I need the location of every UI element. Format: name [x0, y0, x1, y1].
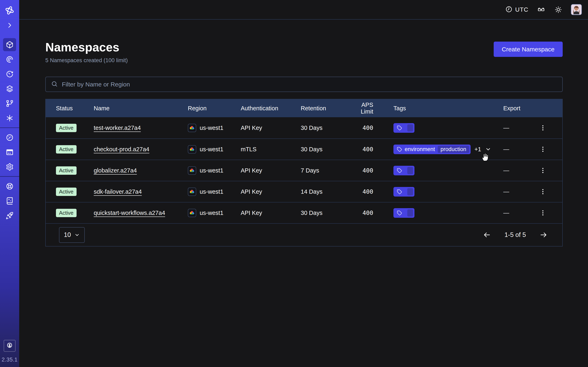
- tags-cell: environment production +1: [373, 145, 503, 154]
- timezone-label: UTC: [515, 6, 528, 13]
- sidebar-nav: [0, 30, 19, 223]
- namespace-link[interactable]: sdk-failover.a27a4: [94, 188, 142, 195]
- next-page-button[interactable]: [539, 230, 548, 240]
- tag-chip[interactable]: [393, 187, 415, 197]
- sidebar-item-deployments[interactable]: [2, 81, 17, 96]
- tag-icon: [397, 210, 402, 216]
- previous-page-button[interactable]: [482, 230, 492, 240]
- export-value: —: [503, 167, 509, 174]
- name-cell: checkout-prod.a27a4: [94, 146, 188, 153]
- status-cell: Active: [56, 124, 94, 132]
- tag-chip[interactable]: [393, 123, 415, 133]
- table-row[interactable]: Active checkout-prod.a27a4 us-west1 mTLS: [46, 138, 562, 160]
- status-cell: Active: [56, 145, 94, 154]
- spiral-icon: [3, 53, 16, 66]
- namespace-link[interactable]: test-worker.a27a4: [94, 125, 141, 131]
- sidebar-item-billing[interactable]: [2, 145, 17, 159]
- app-window: 2.35.1 UTC: [0, 0, 588, 367]
- authentication-cell: API Key: [241, 167, 301, 174]
- chevron-down-icon[interactable]: [485, 146, 491, 152]
- page-title: Namespaces: [45, 40, 128, 54]
- kebab-icon: [539, 146, 546, 153]
- sidebar-item-support[interactable]: [2, 179, 17, 193]
- table-row[interactable]: Active sdk-failover.a27a4 us-west1 API K…: [46, 181, 562, 202]
- row-menu-button[interactable]: [538, 207, 548, 218]
- table-row[interactable]: Active globalizer.a27a4 us-west1 API Key: [46, 160, 562, 181]
- life-ring-icon: [3, 180, 16, 193]
- layers-icon: [3, 82, 16, 95]
- region-label: us-west1: [200, 167, 223, 174]
- google-cloud-icon: [188, 188, 196, 196]
- table-body: Active test-worker.a27a4 us-west1 API Ke…: [46, 117, 562, 223]
- sun-icon[interactable]: [554, 5, 563, 14]
- authentication-cell: mTLS: [241, 146, 301, 153]
- namespace-link[interactable]: quickstart-workflows.a27a4: [94, 210, 165, 216]
- tag-icon: [397, 168, 402, 173]
- sidebar-item-usage[interactable]: [2, 130, 17, 145]
- google-cloud-icon: [188, 166, 196, 175]
- gear-icon: [3, 160, 16, 173]
- dollar-badge-icon[interactable]: [4, 340, 16, 352]
- sidebar-group: [0, 130, 19, 174]
- sidebar-item-settings[interactable]: [2, 159, 17, 174]
- tag-chip[interactable]: [393, 208, 415, 218]
- region-cell: us-west1: [188, 209, 241, 217]
- status-badge: Active: [56, 209, 77, 217]
- region-cell: us-west1: [188, 124, 241, 132]
- export-cell: —: [503, 122, 552, 133]
- sidebar-item-batch-operations[interactable]: [2, 111, 17, 125]
- table-row[interactable]: Active test-worker.a27a4 us-west1 API Ke…: [46, 117, 562, 138]
- arrow-left-icon: [483, 231, 491, 239]
- kebab-icon: [539, 167, 546, 174]
- row-menu-button[interactable]: [538, 143, 548, 155]
- row-menu-button[interactable]: [538, 186, 548, 197]
- temporal-logo-icon[interactable]: [4, 5, 15, 16]
- sidebar-group: [0, 179, 19, 223]
- sidebar-item-docs[interactable]: [2, 193, 17, 208]
- namespace-link[interactable]: checkout-prod.a27a4: [94, 146, 149, 152]
- version-label: 2.35.1: [2, 357, 17, 363]
- page-head: Namespaces 5 Namespaces created (100 lim…: [45, 40, 563, 64]
- sidebar-item-getting-started[interactable]: [2, 208, 17, 223]
- sidebar-item-schedules[interactable]: [2, 67, 17, 81]
- retention-cell: 14 Days: [301, 188, 348, 195]
- sidebar: 2.35.1: [0, 0, 19, 367]
- status-badge: Active: [56, 188, 77, 196]
- avatar[interactable]: [571, 4, 582, 15]
- export-value: —: [503, 146, 509, 153]
- column-header-name: Name: [94, 105, 188, 112]
- rocket-icon: [3, 209, 16, 222]
- tag-chip[interactable]: [393, 166, 415, 175]
- status-badge: Active: [56, 145, 77, 154]
- retention-cell: 30 Days: [301, 125, 348, 131]
- export-cell: —: [503, 186, 552, 197]
- kebab-icon: [539, 188, 546, 195]
- namespaces-table: Status Name Region Authentication Retent…: [45, 99, 563, 247]
- column-header-aps-limit: APS Limit: [348, 101, 373, 115]
- timezone-selector[interactable]: UTC: [505, 6, 528, 14]
- sidebar-divider: [0, 127, 19, 128]
- column-header-authentication: Authentication: [241, 105, 301, 112]
- tag-icon: [397, 189, 402, 194]
- create-namespace-button[interactable]: Create Namespace: [494, 42, 563, 57]
- tag-value: [407, 124, 413, 132]
- sidebar-item-namespaces[interactable]: [2, 37, 17, 52]
- region-label: us-west1: [200, 125, 223, 131]
- tag-key: environment: [405, 146, 435, 152]
- google-cloud-icon: [188, 124, 196, 132]
- page-size-select[interactable]: 10: [59, 227, 85, 243]
- sidebar-item-workflows[interactable]: [2, 52, 17, 67]
- glasses-icon[interactable]: [536, 5, 545, 14]
- namespace-link[interactable]: globalizer.a27a4: [94, 167, 137, 174]
- row-menu-button[interactable]: [538, 165, 548, 176]
- authentication-cell: API Key: [241, 125, 301, 131]
- sidebar-item-nexus[interactable]: [2, 96, 17, 111]
- tag-chip[interactable]: environment production: [393, 145, 471, 154]
- authentication-cell: API Key: [241, 210, 301, 216]
- table-row[interactable]: Active quickstart-workflows.a27a4 us-wes…: [46, 202, 562, 223]
- column-header-retention: Retention: [301, 105, 348, 112]
- retention-cell: 7 Days: [301, 167, 348, 174]
- row-menu-button[interactable]: [538, 122, 548, 133]
- filter-input[interactable]: [62, 81, 557, 88]
- sidebar-collapse-button[interactable]: [5, 21, 14, 30]
